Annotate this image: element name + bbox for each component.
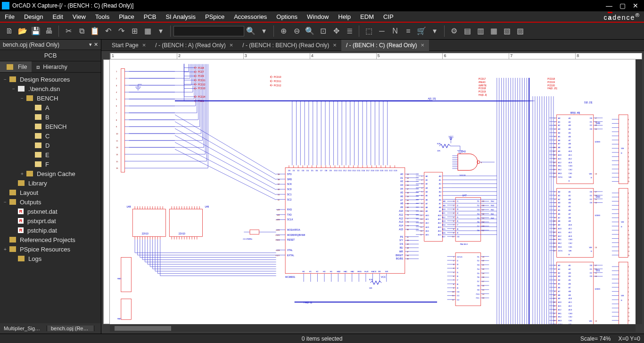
open-icon[interactable]: 📂 xyxy=(17,25,28,37)
tree-item[interactable]: Logs xyxy=(0,254,101,263)
pan-icon[interactable]: ✥ xyxy=(330,25,342,37)
tree-item[interactable]: Referenced Projects xyxy=(0,235,101,244)
project-tree[interactable]: −Design Resources−.\bench.dsn−BENCHABBEN… xyxy=(0,73,101,323)
menu-pspice[interactable]: PSpice xyxy=(200,13,229,20)
menu-view[interactable]: View xyxy=(68,13,91,20)
close-tab-icon[interactable]: × xyxy=(421,42,425,49)
tree-item[interactable]: −BENCH xyxy=(0,93,101,103)
close-tab-icon[interactable]: × xyxy=(333,42,337,49)
undo-icon[interactable]: ↶ xyxy=(102,25,114,37)
search-input[interactable] xyxy=(173,26,244,36)
menu-pcb[interactable]: PCB xyxy=(139,13,161,20)
close-button[interactable]: ✕ xyxy=(629,2,642,9)
svg-text:E: E xyxy=(591,176,592,179)
layers-icon[interactable]: ≣ xyxy=(344,25,355,37)
zoom-area-icon[interactable]: 🔍 xyxy=(304,25,315,37)
tree-item[interactable]: F xyxy=(0,159,101,169)
tree-item[interactable]: D xyxy=(0,141,101,150)
svg-text:A4: A4 xyxy=(426,191,429,193)
document-tab[interactable]: Start Page× xyxy=(107,40,150,51)
scrollbar-horizontal[interactable] xyxy=(110,325,636,332)
schematic-canvas[interactable]: 123456789101113141516PCD8PCD7PCD9PCD11PC… xyxy=(110,59,636,324)
minimize-button[interactable]: — xyxy=(603,2,616,9)
search-icon[interactable]: 🔍 xyxy=(245,25,256,37)
document-tab[interactable]: / - (BENCH : A) (Read Only)× xyxy=(150,40,238,51)
print-icon[interactable]: 🖶 xyxy=(43,25,55,37)
tree-item[interactable]: BENCH xyxy=(0,122,101,131)
tree-item[interactable]: Layout xyxy=(0,188,101,197)
scroll-thumb[interactable] xyxy=(115,326,171,331)
menu-help[interactable]: Help xyxy=(333,13,355,20)
document-tab[interactable]: / - (BENCH : BENCH) (Read Only)× xyxy=(238,40,341,51)
maximize-button[interactable]: ▢ xyxy=(616,2,629,9)
place-part-icon[interactable]: ⬚ xyxy=(363,25,374,37)
place-net-icon[interactable]: N xyxy=(389,25,401,37)
tool-icon[interactable]: ▦ xyxy=(488,25,499,37)
zoom-fit-icon[interactable]: ⊡ xyxy=(317,25,329,37)
tree-item[interactable]: B xyxy=(0,112,101,122)
pin-icon[interactable]: ▾ xyxy=(89,42,92,48)
menu-window[interactable]: Window xyxy=(302,13,333,20)
zoom-out-icon[interactable]: ⊖ xyxy=(291,25,302,37)
scrollbar-vertical[interactable] xyxy=(636,59,642,324)
tree-item[interactable]: E xyxy=(0,150,101,159)
drop-icon[interactable]: ▾ xyxy=(429,25,440,37)
close-panel-icon[interactable]: ✕ xyxy=(94,42,98,48)
tree-item[interactable]: +Design Cache xyxy=(0,169,101,178)
svg-text:6: 6 xyxy=(421,194,422,197)
subtab-hierarchy[interactable]: ⧈Hierarchy xyxy=(32,61,72,72)
place-wire-icon[interactable]: ─ xyxy=(376,25,388,37)
menu-cip[interactable]: CIP xyxy=(379,13,398,20)
tree-item[interactable]: Rpstxnet.dat xyxy=(0,207,101,216)
tool-icon[interactable]: ▨ xyxy=(514,25,526,37)
tree-item[interactable]: Library xyxy=(0,178,101,188)
svg-text:A1: A1 xyxy=(426,179,428,181)
cart-icon[interactable]: 🛒 xyxy=(416,25,427,37)
menu-si[interactable]: SI Analysis xyxy=(161,13,200,20)
menu-edm[interactable]: EDM xyxy=(355,13,379,20)
menu-edit[interactable]: Edit xyxy=(48,13,67,20)
sidebar-mode[interactable]: PCB xyxy=(0,50,101,61)
select-icon[interactable]: ▦ xyxy=(142,25,153,37)
menu-place[interactable]: Place xyxy=(114,13,139,20)
tool-icon[interactable]: ▥ xyxy=(475,25,486,37)
tree-item[interactable]: −Design Resources xyxy=(0,75,101,84)
menu-options[interactable]: Options xyxy=(272,13,302,20)
svg-text:5: 5 xyxy=(453,271,454,274)
tool-icon[interactable]: ⚙ xyxy=(448,25,460,37)
close-tab-icon[interactable]: × xyxy=(142,42,146,49)
bottom-tab[interactable]: Multiplier_Sig_p… xyxy=(0,326,47,331)
svg-line-1148 xyxy=(175,142,276,195)
svg-line-83 xyxy=(194,79,196,80)
grid-icon[interactable]: ⊞ xyxy=(129,25,140,37)
new-icon[interactable]: 🗎 xyxy=(4,25,15,37)
tree-item[interactable]: −Outputs xyxy=(0,197,101,207)
drop-icon[interactable]: ▾ xyxy=(258,25,270,37)
zoom-in-icon[interactable]: ⊕ xyxy=(278,25,289,37)
redo-icon[interactable]: ↷ xyxy=(116,25,127,37)
tree-item[interactable]: A xyxy=(0,103,101,112)
drop-icon[interactable]: ▾ xyxy=(155,25,166,37)
save-icon[interactable]: 💾 xyxy=(30,25,41,37)
copy-icon[interactable]: ⧉ xyxy=(76,25,87,37)
menu-accessories[interactable]: Accessories xyxy=(229,13,272,20)
menu-tools[interactable]: Tools xyxy=(91,13,114,20)
tree-item[interactable]: Rpstchip.dat xyxy=(0,226,101,235)
tree-item[interactable]: C xyxy=(0,131,101,141)
tree-item[interactable]: −.\bench.dsn xyxy=(0,84,101,93)
tree-item[interactable]: +PSpice Resources xyxy=(0,244,101,254)
menu-file[interactable]: File xyxy=(0,13,19,20)
tool-icon[interactable]: ▤ xyxy=(462,25,473,37)
menu-design[interactable]: Design xyxy=(19,13,48,20)
cut-icon[interactable]: ✂ xyxy=(63,25,74,37)
svg-text:15: 15 xyxy=(628,255,630,257)
paste-icon[interactable]: 📋 xyxy=(89,25,100,37)
bottom-tab[interactable]: bench.opj (Read… xyxy=(47,326,94,331)
tree-item[interactable]: Rpstxprt.dat xyxy=(0,216,101,226)
tool-icon[interactable]: ▧ xyxy=(501,25,512,37)
document-tab[interactable]: / - (BENCH : C) (Read Only)× xyxy=(341,40,429,51)
subtab-file[interactable]: File xyxy=(0,61,32,72)
place-bus-icon[interactable]: ≡ xyxy=(403,25,414,37)
close-tab-icon[interactable]: × xyxy=(230,42,233,49)
svg-text:A9: A9 xyxy=(400,206,403,209)
